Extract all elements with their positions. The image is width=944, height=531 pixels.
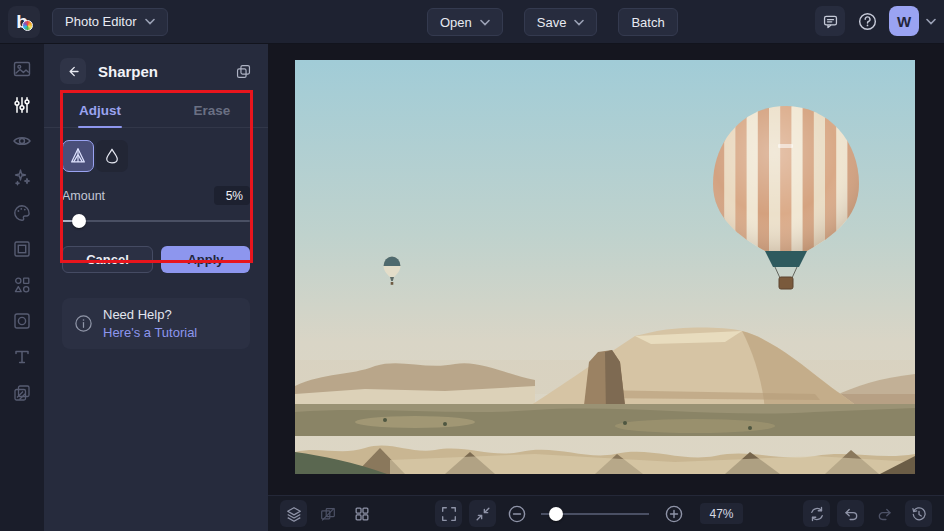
rail-item-overlays[interactable]: [8, 310, 36, 331]
info-icon: [74, 314, 93, 333]
batch-button[interactable]: Batch: [618, 8, 677, 36]
tool-rail: [0, 44, 44, 531]
refresh-icon: [808, 505, 826, 523]
soften-brush-button[interactable]: [96, 140, 128, 172]
tab-adjust[interactable]: Adjust: [44, 94, 156, 127]
chevron-down-icon: [574, 19, 584, 26]
frame-icon: [12, 239, 32, 259]
file-actions: Open Save Batch: [427, 8, 678, 36]
rail-item-artsy[interactable]: [8, 202, 36, 223]
zoom-in-button[interactable]: [660, 500, 687, 527]
panel-tabs: Adjust Erase: [44, 94, 268, 128]
panel-title: Sharpen: [98, 63, 223, 80]
plus-circle-icon: [664, 504, 684, 524]
cancel-button[interactable]: Cancel: [62, 246, 153, 273]
action-buttons: Cancel Apply: [62, 246, 250, 273]
app-menu-button[interactable]: Photo Editor: [52, 8, 168, 36]
amount-slider[interactable]: [62, 213, 250, 229]
palette-icon: [12, 203, 32, 223]
topbar-right: W: [815, 6, 936, 36]
shapes-icon: [12, 275, 32, 295]
sharpen-brush-icon: [68, 146, 88, 166]
zoom-value-field[interactable]: 47%: [700, 503, 742, 524]
chevron-down-icon: [480, 19, 490, 26]
redo-button[interactable]: [871, 500, 898, 527]
chevron-down-icon: [145, 18, 155, 25]
rail-item-photo[interactable]: [8, 58, 36, 79]
zoom-out-button[interactable]: [503, 500, 530, 527]
text-icon: [12, 347, 32, 367]
brush-mode-group: [62, 140, 250, 172]
history-controls: [803, 500, 932, 527]
sharpen-brush-button[interactable]: [62, 140, 94, 172]
overlay-icon: [12, 311, 32, 331]
zoom-slider[interactable]: [541, 506, 649, 522]
back-button[interactable]: [60, 58, 86, 84]
arrow-left-icon: [66, 64, 81, 79]
redo-icon: [876, 505, 894, 523]
topbar: b Photo Editor Open Save Batch: [0, 0, 944, 44]
history-button[interactable]: [905, 500, 932, 527]
color-wheel-icon: [22, 20, 33, 31]
undo-button[interactable]: [837, 500, 864, 527]
befunky-logo[interactable]: b: [8, 6, 40, 38]
undo-icon: [842, 505, 860, 523]
rail-item-adjustments[interactable]: [8, 94, 36, 115]
fullscreen-icon: [440, 505, 458, 523]
grid-view-button[interactable]: [348, 500, 375, 527]
tutorial-link[interactable]: Here's a Tutorial: [103, 325, 197, 340]
grid-icon: [353, 505, 371, 523]
photo-hot-air-balloons[interactable]: [295, 60, 915, 474]
apply-button[interactable]: Apply: [161, 246, 250, 273]
rail-item-touchup[interactable]: [8, 130, 36, 151]
pages-icon: [235, 63, 252, 80]
save-button[interactable]: Save: [524, 8, 598, 36]
compare-icon: [319, 505, 337, 523]
account-chevron-down-icon[interactable]: [926, 18, 936, 25]
chat-icon: [822, 13, 839, 30]
help-box[interactable]: Need Help? Here's a Tutorial: [62, 298, 250, 349]
bottom-left-tools: [280, 500, 375, 527]
soften-brush-icon: [102, 146, 122, 166]
panel-header: Sharpen: [44, 44, 268, 94]
rail-item-graphics[interactable]: [8, 274, 36, 295]
zoom-slider-thumb[interactable]: [549, 507, 563, 521]
user-avatar[interactable]: W: [889, 6, 919, 36]
amount-slider-thumb[interactable]: [72, 214, 86, 228]
compare-button[interactable]: [314, 500, 341, 527]
panel-body: Amount 5% Cancel Apply: [44, 140, 268, 273]
feedback-chat-button[interactable]: [815, 6, 845, 36]
sliders-icon: [12, 95, 32, 115]
fit-screen-icon: [474, 505, 492, 523]
app-menu-label: Photo Editor: [65, 14, 137, 29]
photo-icon: [12, 59, 32, 79]
tab-erase[interactable]: Erase: [156, 94, 268, 127]
help-title: Need Help?: [103, 307, 197, 322]
open-button[interactable]: Open: [427, 8, 503, 36]
sharpen-panel: Sharpen Adjust Erase: [44, 44, 268, 531]
rail-item-text[interactable]: [8, 346, 36, 367]
textures-icon: [12, 383, 32, 403]
zoom-controls: 47%: [435, 500, 742, 527]
duplicate-panel-button[interactable]: [235, 63, 252, 80]
minus-circle-icon: [507, 504, 527, 524]
layers-icon: [285, 505, 303, 523]
help-icon: [857, 11, 878, 32]
amount-label: Amount: [62, 189, 105, 203]
help-button[interactable]: [852, 6, 882, 36]
amount-value-field[interactable]: 5%: [214, 186, 250, 205]
rail-item-effects[interactable]: [8, 166, 36, 187]
canvas-area[interactable]: [268, 44, 944, 495]
eye-icon: [12, 131, 32, 151]
amount-row: Amount 5%: [62, 186, 250, 205]
bottom-toolbar: 47%: [268, 495, 944, 531]
reset-rotate-button[interactable]: [803, 500, 830, 527]
layers-button[interactable]: [280, 500, 307, 527]
rail-item-frames[interactable]: [8, 238, 36, 259]
fit-to-screen-button[interactable]: [469, 500, 496, 527]
fullscreen-button[interactable]: [435, 500, 462, 527]
sparkles-icon: [12, 167, 32, 187]
history-icon: [910, 505, 928, 523]
rail-item-textures[interactable]: [8, 382, 36, 403]
